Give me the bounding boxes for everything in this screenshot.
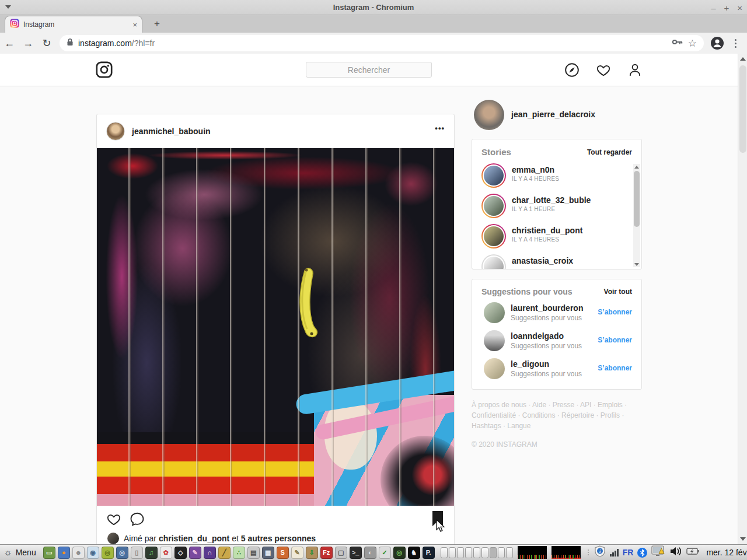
- headphones-icon[interactable]: ∩: [204, 547, 216, 559]
- podcast-icon[interactable]: P.: [423, 547, 435, 559]
- suggestion-avatar[interactable]: [484, 330, 505, 351]
- suggestion-avatar[interactable]: [484, 358, 505, 379]
- filezilla-icon[interactable]: Fz: [320, 547, 333, 559]
- display-warning-icon[interactable]: [651, 545, 665, 559]
- minimize-button[interactable]: –: [711, 4, 715, 12]
- display-icon[interactable]: ▢: [335, 547, 347, 559]
- sidebar-profile-avatar[interactable]: [474, 100, 504, 130]
- terminal-icon[interactable]: >_: [350, 547, 362, 559]
- amp-icon[interactable]: ▤: [247, 547, 260, 559]
- window-button[interactable]: [490, 547, 497, 558]
- bookmark-star-icon[interactable]: ☆: [688, 37, 697, 50]
- browser-menu-icon[interactable]: [728, 39, 742, 48]
- key-icon[interactable]: [672, 38, 683, 48]
- scroll-up-icon[interactable]: [633, 164, 640, 170]
- follow-button[interactable]: S’abonner: [598, 336, 632, 344]
- footer-links[interactable]: À propos de nous · Aide · Presse · API ·…: [472, 400, 636, 431]
- follow-button[interactable]: S’abonner: [598, 364, 632, 372]
- post-image[interactable]: [97, 148, 454, 506]
- window-button[interactable]: [457, 547, 464, 558]
- post-more-icon[interactable]: •••: [435, 124, 445, 132]
- liker-avatar[interactable]: [107, 533, 119, 544]
- window-button[interactable]: [441, 547, 448, 558]
- drive-icon[interactable]: ▯: [131, 547, 143, 559]
- back-button[interactable]: ←: [0, 37, 19, 50]
- pen-icon[interactable]: ╱: [218, 547, 231, 559]
- sonic-icon[interactable]: ◎: [102, 547, 114, 559]
- story-row[interactable]: anastasia_croix: [472, 251, 641, 270]
- post-author-username[interactable]: jeanmichel_babouin: [132, 127, 211, 136]
- story-row[interactable]: char_lotte_32_buble IL Y A 1 HEURE: [472, 191, 641, 221]
- story-row[interactable]: emma_n0n IL Y A 4 HEURES: [472, 160, 641, 191]
- scroll-thumb[interactable]: [739, 65, 746, 153]
- music-icon[interactable]: ♫: [145, 547, 158, 559]
- story-username[interactable]: christien_du_pont: [512, 226, 582, 235]
- network-monitor-graph[interactable]: [551, 546, 581, 559]
- liked-username[interactable]: christien_du_pont: [159, 534, 229, 543]
- chat-icon[interactable]: ☻: [72, 547, 85, 559]
- camera-lens-icon[interactable]: ◎: [116, 547, 128, 559]
- explore-compass-icon[interactable]: [564, 62, 580, 80]
- paint-icon[interactable]: ✎: [189, 547, 201, 559]
- search-input[interactable]: [306, 62, 432, 78]
- package-icon[interactable]: ⇩: [306, 547, 318, 559]
- window-button[interactable]: [449, 547, 456, 558]
- window-button[interactable]: [498, 547, 505, 558]
- shield-info-icon[interactable]: i: [594, 545, 606, 559]
- suggestion-username[interactable]: laurent_bourderon: [511, 303, 583, 313]
- stories-watch-all-link[interactable]: Tout regarder: [587, 148, 632, 156]
- browser-profile-icon[interactable]: [710, 36, 725, 51]
- reload-button[interactable]: ↻: [37, 37, 56, 50]
- lock-icon[interactable]: [67, 38, 74, 48]
- menu-button[interactable]: ☼ Menu: [4, 548, 36, 557]
- firefox-icon[interactable]: ●: [58, 547, 70, 559]
- taskbar-clock[interactable]: mer. 12 févr., 15:07: [706, 548, 747, 557]
- story-username[interactable]: char_lotte_32_buble: [512, 195, 591, 205]
- story-username[interactable]: anastasia_croix: [512, 256, 573, 265]
- story-row[interactable]: christien_du_pont IL Y A 4 HEURES: [472, 221, 641, 251]
- molecule-icon[interactable]: ∴: [233, 547, 245, 559]
- suggestion-username[interactable]: le_digoun: [511, 359, 549, 369]
- scroll-down-icon[interactable]: [738, 537, 747, 541]
- file-manager-icon[interactable]: ▭: [43, 547, 55, 559]
- comment-icon[interactable]: [130, 512, 145, 529]
- liked-others[interactable]: 5 autres personnes: [241, 534, 316, 543]
- page-scrollbar[interactable]: [738, 54, 747, 544]
- signal-strength-icon[interactable]: [610, 548, 619, 556]
- sidebar-profile-username[interactable]: jean_pierre_delacroix: [511, 110, 595, 119]
- sphere-icon[interactable]: ◐: [364, 547, 376, 559]
- eye-icon[interactable]: ◉: [87, 547, 99, 559]
- maximize-button[interactable]: +: [724, 4, 729, 12]
- sublime-icon[interactable]: S: [277, 547, 289, 559]
- volume-icon[interactable]: [669, 546, 682, 559]
- profile-person-icon[interactable]: [627, 62, 643, 80]
- stories-scrollbar[interactable]: [633, 164, 640, 267]
- story-username[interactable]: emma_n0n: [512, 165, 554, 174]
- clock-check-icon[interactable]: ✓: [379, 547, 391, 559]
- forward-button[interactable]: →: [19, 37, 37, 50]
- system-monitor-graph[interactable]: [518, 546, 547, 559]
- window-button[interactable]: [481, 547, 488, 558]
- follow-button[interactable]: S’abonner: [598, 308, 632, 316]
- instagram-logo-icon[interactable]: [96, 61, 113, 80]
- window-button[interactable]: [465, 547, 472, 558]
- scroll-thumb[interactable]: [634, 171, 640, 227]
- power-battery-icon[interactable]: [686, 547, 699, 558]
- post-author-avatar[interactable]: [106, 122, 125, 141]
- tab-instagram[interactable]: Instagram ×: [5, 16, 142, 33]
- keyboard-layout-indicator[interactable]: FR: [623, 548, 634, 557]
- close-button[interactable]: ×: [737, 4, 742, 12]
- new-tab-button[interactable]: +: [149, 17, 165, 31]
- green-lens-icon[interactable]: ◎: [393, 547, 406, 559]
- color-wheel-icon[interactable]: ✿: [160, 547, 172, 559]
- horse-icon[interactable]: ♞: [408, 547, 420, 559]
- window-button[interactable]: [506, 547, 513, 558]
- unity-icon[interactable]: ◇: [174, 547, 187, 559]
- suggestions-see-all-link[interactable]: Voir tout: [604, 288, 632, 296]
- scroll-up-icon[interactable]: [738, 57, 747, 61]
- suggestion-username[interactable]: loanndelgado: [511, 331, 564, 341]
- address-bar[interactable]: instagram.com/?hl=fr ☆: [60, 35, 704, 51]
- like-heart-icon[interactable]: [106, 512, 121, 529]
- window-button[interactable]: [473, 547, 480, 558]
- bluetooth-icon[interactable]: [637, 548, 647, 558]
